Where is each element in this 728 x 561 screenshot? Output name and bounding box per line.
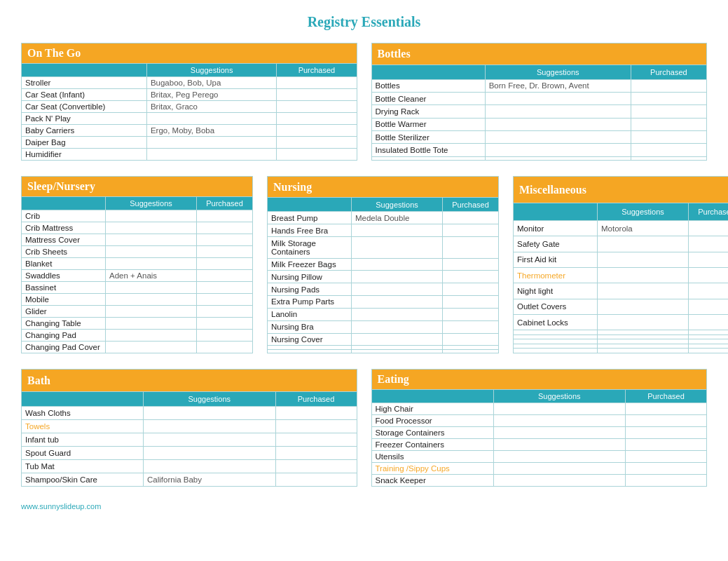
section-on-the-go-bottles: On The GoSuggestionsPurchasedStrollerBug…: [21, 43, 707, 161]
table-sleep-nursery: Sleep/NurserySuggestionsPurchasedCribCri…: [21, 176, 253, 353]
section-bath-eating: BathSuggestionsPurchasedWash ClothsTowel…: [21, 369, 707, 487]
table-nursing: NursingSuggestionsPurchasedBreast PumpMe…: [267, 176, 499, 353]
table-eating: EatingSuggestionsPurchasedHigh ChairFood…: [371, 369, 708, 487]
page-title: Registry Essentials: [21, 14, 707, 30]
section-sleep-nursing-misc: Sleep/NurserySuggestionsPurchasedCribCri…: [21, 176, 707, 353]
table-bottles: BottlesSuggestionsPurchasedBottlesBorn F…: [371, 43, 708, 161]
footer-website: www.sunnyslideup.com: [21, 502, 707, 511]
table-on-the-go: On The GoSuggestionsPurchasedStrollerBug…: [21, 43, 357, 161]
table-miscellaneous: MiscellaneousSuggestionsPurchasedMonitor…: [513, 176, 728, 353]
table-bath: BathSuggestionsPurchasedWash ClothsTowel…: [21, 369, 357, 487]
